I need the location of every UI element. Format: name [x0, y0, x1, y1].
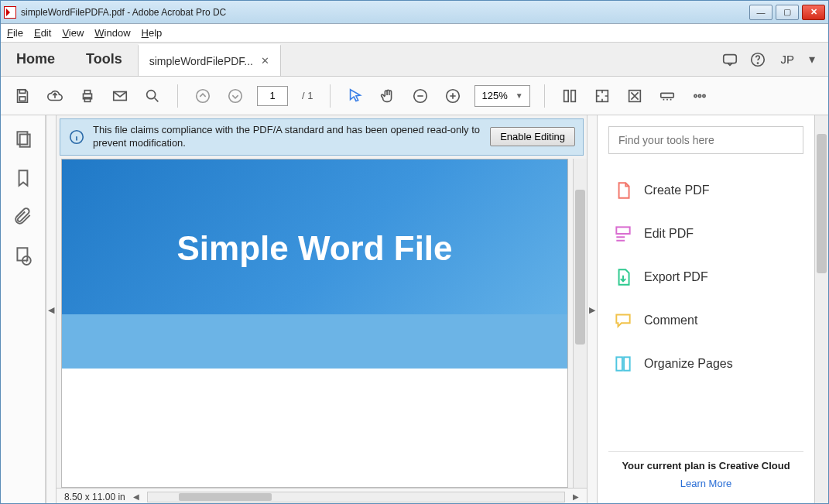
document-heading: Simple Word File [62, 159, 567, 338]
enable-editing-button[interactable]: Enable Editing [490, 127, 575, 146]
tools-panel: Create PDF Edit PDF Export PDF Comment O… [598, 115, 814, 504]
info-icon [68, 129, 85, 146]
toolbar-separator [177, 84, 178, 108]
zoom-select[interactable]: 125% ▼ [474, 85, 529, 107]
create-pdf-icon [613, 180, 633, 201]
svg-point-21 [702, 94, 704, 97]
plan-info: Your current plan is Creative Cloud Lear… [608, 451, 803, 497]
chevron-down-icon: ▼ [516, 91, 523, 100]
minimize-button[interactable]: — [749, 5, 772, 20]
bookmark-icon[interactable] [13, 168, 33, 188]
tool-organize-pages[interactable]: Organize Pages [608, 345, 803, 383]
page-total: / 1 [299, 90, 316, 101]
tool-label: Organize Pages [644, 357, 733, 371]
mail-icon[interactable] [109, 85, 131, 107]
tool-edit-pdf[interactable]: Edit PDF [608, 214, 803, 253]
fit-width-icon[interactable] [591, 85, 613, 107]
comment-icon [613, 310, 633, 331]
notifications-icon[interactable] [721, 51, 738, 68]
tool-comment[interactable]: Comment [608, 301, 803, 340]
svg-point-19 [694, 94, 696, 97]
info-text: This file claims compliance with the PDF… [93, 124, 482, 150]
svg-point-20 [698, 94, 701, 97]
horizontal-scrollbar[interactable] [147, 492, 565, 502]
svg-rect-14 [564, 90, 568, 101]
status-bar: 8.50 x 11.00 in ◀ ▶ [57, 488, 587, 504]
zoom-in-icon[interactable] [442, 85, 464, 107]
tab-document-label: simpleWordFilePDF... [149, 55, 253, 67]
vertical-scrollbar[interactable] [573, 159, 587, 488]
tool-label: Create PDF [644, 183, 709, 197]
attachment-icon[interactable] [13, 207, 33, 227]
svg-rect-7 [84, 97, 90, 101]
left-collapse-handle[interactable]: ◀ [46, 115, 57, 504]
user-menu-caret-icon[interactable]: ▾ [808, 51, 816, 68]
svg-point-11 [229, 89, 242, 102]
svg-point-10 [197, 89, 210, 102]
page-down-icon[interactable] [224, 85, 246, 107]
tool-create-pdf[interactable]: Create PDF [608, 171, 803, 210]
svg-rect-4 [19, 96, 25, 101]
selection-tool-icon[interactable] [344, 85, 366, 107]
page-number-input[interactable] [257, 86, 288, 106]
read-mode-icon[interactable] [656, 85, 678, 107]
search-icon[interactable] [142, 85, 163, 107]
menu-view[interactable]: View [62, 27, 84, 39]
info-bar: This file claims compliance with the PDF… [60, 118, 584, 156]
edit-pdf-icon [613, 224, 633, 244]
help-icon[interactable] [749, 51, 766, 68]
tab-close-icon[interactable]: ✕ [261, 55, 269, 67]
menu-bar: File Edit View Window Help [1, 24, 828, 43]
cloud-upload-icon[interactable] [44, 85, 66, 107]
window-title: simpleWordFilePDFA.pdf - Adobe Acrobat P… [21, 7, 749, 18]
tab-document[interactable]: simpleWordFilePDF... ✕ [138, 44, 281, 76]
tools-search-input[interactable] [608, 126, 803, 154]
standards-icon[interactable]: i [13, 245, 33, 266]
organize-pages-icon [613, 354, 633, 374]
svg-rect-28 [616, 227, 629, 234]
learn-more-link[interactable]: Learn More [613, 478, 799, 489]
svg-rect-0 [724, 54, 737, 63]
page-up-icon[interactable] [192, 85, 214, 107]
maximize-button[interactable]: ▢ [776, 5, 799, 20]
window-titlebar: simpleWordFilePDFA.pdf - Adobe Acrobat P… [1, 1, 828, 24]
tools-scrollbar[interactable] [814, 115, 828, 504]
tabs-row: Home Tools simpleWordFilePDF... ✕ JP ▾ [1, 43, 828, 77]
svg-point-2 [758, 63, 759, 63]
plan-title: Your current plan is Creative Cloud [613, 460, 799, 471]
scroll-left-icon[interactable]: ◀ [133, 492, 139, 501]
zoom-value: 125% [481, 90, 507, 101]
print-icon[interactable] [77, 85, 98, 107]
menu-edit[interactable]: Edit [34, 27, 51, 39]
right-collapse-handle[interactable]: ▶ [587, 115, 598, 504]
hand-tool-icon[interactable] [377, 85, 399, 107]
svg-rect-3 [19, 89, 25, 93]
svg-rect-15 [570, 90, 575, 101]
page-canvas[interactable]: Simple Word File [61, 159, 568, 488]
toolbar-separator [330, 84, 331, 108]
menu-help[interactable]: Help [142, 27, 163, 39]
main-area: i ◀ This file claims compliance with the… [1, 115, 828, 504]
fit-page-icon[interactable] [624, 85, 646, 107]
thumbnails-icon[interactable] [13, 129, 33, 149]
toolbar: / 1 125% ▼ [1, 77, 828, 115]
svg-rect-18 [660, 93, 673, 98]
tool-export-pdf[interactable]: Export PDF [608, 258, 803, 297]
close-button[interactable]: ✕ [802, 5, 825, 20]
tool-label: Export PDF [644, 270, 708, 284]
navigation-pane: i [1, 115, 46, 504]
svg-rect-29 [616, 357, 622, 370]
menu-file[interactable]: File [7, 27, 23, 39]
scroll-right-icon[interactable]: ▶ [573, 492, 579, 501]
tab-home[interactable]: Home [1, 43, 70, 76]
tab-tools[interactable]: Tools [70, 43, 138, 76]
menu-window[interactable]: Window [94, 27, 130, 39]
page-dimensions: 8.50 x 11.00 in [64, 492, 125, 502]
more-tools-icon[interactable] [689, 85, 711, 107]
save-icon[interactable] [12, 85, 33, 107]
zoom-out-icon[interactable] [409, 85, 431, 107]
user-initials[interactable]: JP [777, 53, 797, 66]
app-icon [4, 6, 16, 19]
fit-window-icon[interactable] [559, 85, 581, 107]
tool-label: Comment [644, 314, 697, 327]
